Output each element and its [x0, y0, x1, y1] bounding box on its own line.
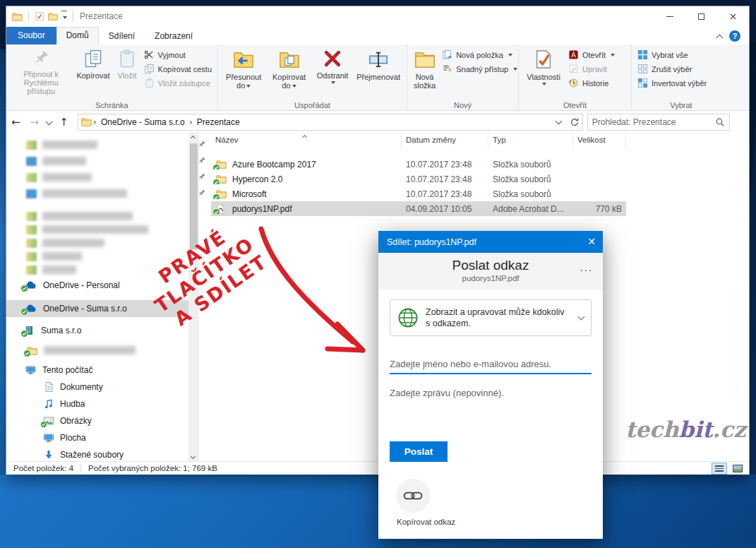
scrollbar-thumb[interactable]	[190, 143, 198, 249]
redacted-pinned-item[interactable]	[26, 153, 188, 169]
properties-button[interactable]: Vlastnosti	[522, 47, 565, 88]
column-header-name[interactable]: Název	[211, 132, 402, 149]
dialog-title: Sdílet: pudorys1NP.pdf	[387, 237, 476, 247]
address-dropdown-icon[interactable]	[555, 117, 562, 124]
new-folder-quick-icon[interactable]	[48, 11, 58, 21]
breadcrumb-item[interactable]: Prezentace	[194, 117, 243, 127]
ribbon: Připnout k Rychlému přístupu Kopírovat V…	[6, 44, 749, 111]
breadcrumb-item[interactable]: OneDrive - Suma s.r.o	[98, 117, 188, 127]
copy-to-icon	[279, 49, 300, 70]
select-none-button[interactable]: Zrušit výběr	[637, 64, 707, 74]
scroll-up-icon[interactable]	[191, 136, 196, 141]
properties-quick-icon[interactable]	[35, 11, 44, 21]
minimize-button[interactable]	[654, 6, 685, 26]
delete-button[interactable]: Odstranit	[312, 47, 354, 86]
sidebar-item-label: Dokumenty	[60, 382, 103, 392]
recent-locations-icon[interactable]	[46, 119, 53, 126]
pin-to-quick-access-button[interactable]: Připnout k Rychlému přístupu	[9, 47, 73, 97]
copy-icon	[83, 49, 103, 68]
invert-selection-button[interactable]: Invertovat výběr	[637, 78, 707, 88]
sidebar-item-label: Tento počítač	[42, 365, 92, 375]
synced-check-icon	[20, 330, 28, 338]
breadcrumb[interactable]: › OneDrive - Suma s.r.o › Prezentace	[78, 114, 583, 131]
refresh-icon[interactable]	[570, 117, 580, 127]
file-row[interactable]: Azure Bootcamp 2017 10.07.2017 23:48 Slo…	[211, 157, 626, 172]
button-label: Kopírovat	[76, 71, 109, 80]
paste-button[interactable]: Vložit	[113, 47, 140, 82]
paste-shortcut-button[interactable]: Vložit zástupce	[144, 78, 212, 88]
tab-zobrazeni[interactable]: Zobrazení	[145, 28, 203, 44]
column-header-date[interactable]: Datum změny	[402, 132, 488, 149]
copy-button[interactable]: Kopírovat	[73, 47, 113, 82]
customize-qat-icon[interactable]	[61, 11, 67, 22]
collapse-ribbon-icon[interactable]	[716, 34, 724, 41]
redacted-pinned-item[interactable]	[26, 186, 188, 201]
items-count: Počet položek: 4	[6, 464, 80, 472]
cut-button[interactable]: Vyjmout	[144, 49, 212, 60]
sidebar-item-downloads[interactable]: Stažené soubory	[6, 447, 188, 463]
search-box[interactable]	[587, 114, 730, 131]
redacted-pinned-item[interactable]	[26, 137, 188, 153]
up-button[interactable]: ↑	[54, 116, 73, 129]
thumbnails-view-button[interactable]	[730, 463, 745, 475]
sidebar-item-label: OneDrive - Personal	[43, 280, 120, 290]
file-row[interactable]: Microsoft 10.07.2017 23:48 Složka soubor…	[211, 186, 626, 201]
forward-button[interactable]: →	[25, 116, 44, 129]
search-input[interactable]	[592, 117, 715, 127]
back-button[interactable]: ←	[6, 116, 25, 129]
details-view-button[interactable]	[712, 463, 727, 475]
button-label: Nová složka	[414, 73, 436, 90]
scroll-down-icon[interactable]	[191, 454, 196, 459]
sidebar-item-this-pc[interactable]: Tento počítač	[6, 362, 188, 378]
link-icon	[403, 489, 423, 503]
redacted-item[interactable]	[26, 262, 76, 278]
copy-to-button[interactable]: Kopírovat do	[266, 47, 311, 92]
column-header-type[interactable]: Typ	[488, 132, 573, 149]
move-to-button[interactable]: Přesunout do	[221, 47, 266, 92]
column-header-size[interactable]: Velikost	[573, 132, 626, 149]
close-button[interactable]: ×	[717, 6, 749, 26]
breadcrumb-separator-icon: ›	[188, 117, 194, 127]
selected-count: Počet vybraných položek: 1; 769 kB	[81, 464, 224, 472]
chevron-down-icon	[578, 314, 585, 321]
group-label: Otevřít	[519, 101, 631, 109]
button-label: Vložit	[118, 71, 137, 80]
sidebar-item-desktop[interactable]: Plocha	[6, 430, 188, 446]
group-label: Nový	[407, 101, 518, 109]
recipient-input[interactable]	[390, 355, 592, 374]
sidebar-item-music[interactable]: Hudba	[6, 396, 188, 412]
sidebar-item-pictures[interactable]: Obrázky	[6, 413, 188, 429]
copy-path-button[interactable]: Kopírovat cestu	[144, 64, 212, 74]
search-icon[interactable]	[715, 117, 725, 127]
help-icon[interactable]: ?	[729, 30, 740, 42]
tab-soubor[interactable]: Soubor	[6, 27, 56, 44]
synced-check-icon	[20, 308, 28, 316]
easy-access-button[interactable]: Snadný přístup	[442, 64, 517, 74]
sidebar-item-documents[interactable]: Dokumenty	[6, 379, 188, 395]
sidebar-item-suma[interactable]: Suma s.r.o	[6, 323, 188, 338]
tab-sdileni[interactable]: Sdílení	[99, 28, 145, 44]
button-label: Zrušit výběr	[652, 65, 692, 73]
rename-button[interactable]: Přejmenovat	[353, 47, 404, 83]
message-input[interactable]	[390, 388, 592, 416]
link-permission-selector[interactable]: Zobrazit a upravovat může kdokoliv s odk…	[390, 299, 592, 336]
breadcrumb-separator-icon: ›	[92, 117, 98, 127]
redacted-pinned-item[interactable]	[26, 169, 188, 185]
redacted-folder-item[interactable]	[26, 342, 136, 358]
copy-link-button[interactable]	[396, 479, 430, 513]
select-all-button[interactable]: Vybrat vše	[637, 49, 707, 60]
file-row-selected[interactable]: pudorys1NP.pdf 04.09.2017 10:05 Adobe Ac…	[211, 201, 626, 216]
tab-domu[interactable]: Domů	[56, 27, 99, 44]
new-item-button[interactable]: Nová položka	[442, 49, 517, 60]
new-folder-button[interactable]: Nová složka	[410, 47, 439, 92]
downloads-arrow-icon	[43, 449, 54, 460]
file-row[interactable]: Hypercon 2.0 10.07.2017 23:48 Složka sou…	[211, 172, 626, 186]
more-options-button[interactable]: ...	[580, 261, 593, 273]
history-button[interactable]: Historie	[568, 78, 615, 88]
send-button[interactable]: Poslat	[390, 441, 448, 462]
maximize-button[interactable]	[685, 6, 717, 26]
edit-button[interactable]: Upravit	[568, 64, 615, 74]
open-button[interactable]: Otevřít	[568, 49, 615, 60]
adobe-acrobat-icon	[568, 49, 579, 60]
dialog-close-icon[interactable]: ✕	[587, 236, 596, 247]
